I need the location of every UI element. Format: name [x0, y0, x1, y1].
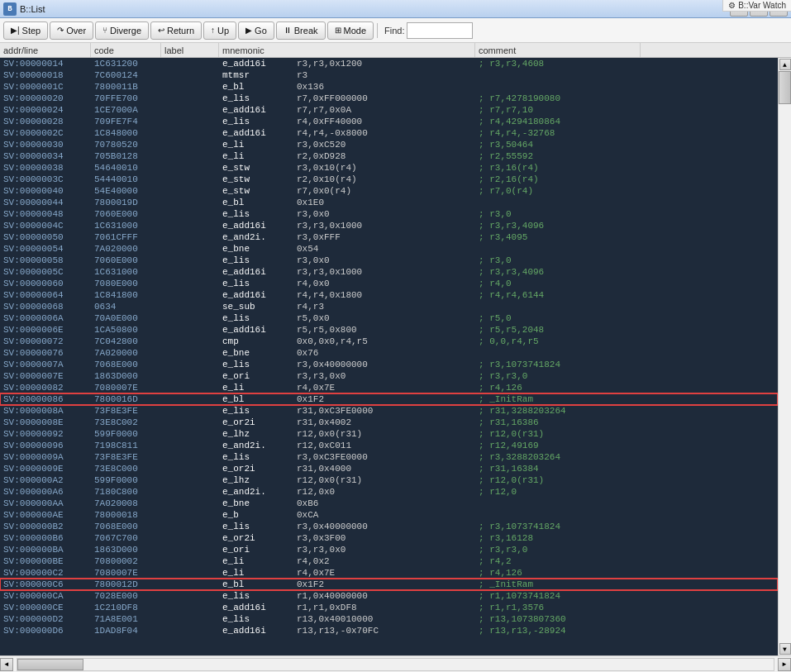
mode-button[interactable]: ⊞ Mode	[327, 21, 374, 40]
horizontal-scroll-thumb[interactable]	[17, 659, 83, 670]
table-row[interactable]: SV:0000006E1CA50800e_add16ir5,r5,0x800; …	[0, 324, 778, 336]
table-row[interactable]: SV:000000241CE7000Ae_add16ir7,r7,0x0A; r…	[0, 104, 778, 116]
scroll-up-button[interactable]: ▲	[779, 59, 791, 70]
table-row[interactable]: SV:0000004C1C631000e_add16ir3,r3,0x1000;…	[0, 220, 778, 231]
break-icon: ⏸	[284, 26, 292, 35]
table-row[interactable]: SV:000000447800019De_bl0x1E0	[0, 197, 778, 208]
table-row[interactable]: SV:000000CE1C210DF8e_add16ir1,r1,0xDF8; …	[0, 602, 778, 613]
vertical-scrollbar[interactable]: ▲ ▼	[778, 58, 791, 655]
over-icon: ↷	[57, 26, 64, 35]
table-row[interactable]: SV:0000002C1C848000e_add16ir4,r4,-0x8000…	[0, 127, 778, 139]
table-row[interactable]: SV:000000187C600124mtmsrr3	[0, 69, 778, 81]
table-row[interactable]: SV:000000547A020000e_bne0x54	[0, 243, 778, 255]
table-row[interactable]: SV:000000641C841800e_add16ir4,r4,0x1800;…	[0, 289, 778, 301]
table-row[interactable]: SV:000000A2599F0000e_lhzr12,0x0(r31); r1…	[0, 474, 778, 486]
table-row[interactable]: SV:000000C27080007Ee_lir4,0x7E; r4,126	[0, 567, 778, 579]
table-row[interactable]: SV:000000827080007Ee_lir4,0x7E; r4,126	[0, 382, 778, 393]
up-button[interactable]: ↑ Up	[203, 21, 236, 40]
table-row[interactable]: SV:00000028709FE7F4e_lisr4,0xFF40000; r4…	[0, 116, 778, 127]
step-button[interactable]: ▶| Step	[3, 21, 48, 40]
column-headers: addr/line code label mnemonic comment	[0, 43, 791, 58]
table-row[interactable]: SV:000000BE70800002e_lir4,0x2; r4,2	[0, 555, 778, 567]
table-row[interactable]: SV:0000007A7068E000e_lisr3,0x40000000; r…	[0, 359, 778, 370]
go-button[interactable]: ▶ Go	[238, 21, 274, 40]
horizontal-scroll-track[interactable]	[17, 658, 774, 671]
table-row[interactable]: SV:0000003C54440010e_stwr2,0x10(r4); r2,…	[0, 174, 778, 185]
table-row[interactable]: SV:000000A67180C800e_and2i.r12,0x0; r12,…	[0, 486, 778, 498]
title-bar: B B::List – □ ✕	[0, 0, 791, 18]
table-row[interactable]: SV:000000867800016De_bl0x1F2; _InitRam	[0, 393, 778, 405]
up-icon: ↑	[211, 26, 215, 35]
table-row[interactable]: SV:0000003854640010e_stwr3,0x10(r4); r3,…	[0, 162, 778, 174]
var-watch-label: B::Var Watch	[738, 1, 786, 10]
table-row[interactable]: SV:000000727C042800cmp0x0,0x0,r4,r5; 0,0…	[0, 336, 778, 347]
table-row[interactable]: SV:000000487060E000e_lisr3,0x0; r3,0	[0, 208, 778, 220]
go-icon: ▶	[245, 26, 252, 35]
title-bar-left: B B::List	[3, 2, 45, 16]
diverge-icon: ⑂	[102, 26, 107, 35]
main-content: SV:000000141C631200e_add16ir3,r3,0x1200;…	[0, 58, 791, 655]
diverge-button[interactable]: ⑂ Diverge	[95, 21, 149, 40]
toolbar: ▶| Step ↷ Over ⑂ Diverge ↩ Return ↑ Up ▶…	[0, 18, 791, 43]
table-row[interactable]: SV:000000D61DAD8F04e_add16ir13,r13,-0x70…	[0, 625, 778, 636]
table-row[interactable]: SV:0000001C7800011Be_bl0x136	[0, 81, 778, 93]
table-row[interactable]: SV:000000507061CFFFe_and2i.r3,0xFFF; r3,…	[0, 231, 778, 243]
label-header: label	[161, 43, 219, 57]
table-row[interactable]: SV:000000B27068E000e_lisr3,0x40000000; r…	[0, 521, 778, 532]
table-row[interactable]: SV:0000009E73E8C000e_or2ir31,0x4000; r31…	[0, 463, 778, 474]
scroll-down-button[interactable]: ▼	[779, 643, 791, 655]
table-row[interactable]: SV:000000CA7028E000e_lisr1,0x40000000; r…	[0, 590, 778, 602]
return-button[interactable]: ↩ Return	[150, 21, 202, 40]
find-label: Find:	[384, 26, 404, 36]
table-row[interactable]: SV:000000B67067C700e_or2ir3,0x3F00; r3,1…	[0, 532, 778, 544]
table-row[interactable]: SV:000000AE78000018e_b0xCA	[0, 509, 778, 521]
table-row[interactable]: SV:0000004054E40000e_stwr7,0x0(r4); r7,0…	[0, 185, 778, 197]
addr-line-header: addr/line	[0, 43, 91, 57]
table-row[interactable]: SV:0000007E1863D000e_orir3,r3,0x0; r3,r3…	[0, 370, 778, 382]
comment-header: comment	[475, 43, 641, 57]
var-watch-panel: ⚙ B::Var Watch	[722, 0, 791, 12]
table-row[interactable]: SV:0000005C1C631000e_add16ir3,r3,0x1000;…	[0, 266, 778, 278]
table-row[interactable]: SV:000000967198C811e_and2i.r12,0xC011; r…	[0, 440, 778, 451]
table-row[interactable]: SV:000000680634se_subr4,r3	[0, 301, 778, 312]
table-row[interactable]: SV:0000009A73F8E3FEe_lisr3,0xC3FE0000; r…	[0, 451, 778, 463]
window-icon: B	[3, 2, 17, 16]
table-row[interactable]: SV:0000006A70A0E000e_lisr5,0x0; r5,0	[0, 312, 778, 324]
table-row[interactable]: SV:000000767A020000e_bne0x76	[0, 347, 778, 359]
code-header: code	[91, 43, 161, 57]
table-row[interactable]: SV:000000AA7A020008e_bne0xB6	[0, 498, 778, 509]
table-row[interactable]: SV:000000C67800012De_bl0x1F2; _InitRam	[0, 579, 778, 590]
table-row[interactable]: SV:000000141C631200e_add16ir3,r3,0x1200;…	[0, 58, 778, 69]
mnemonic-header: mnemonic	[219, 43, 475, 57]
scroll-thumb[interactable]	[779, 71, 791, 104]
table-row[interactable]: SV:0000008E73E8C002e_or2ir31,0x4002; r31…	[0, 417, 778, 428]
scroll-track[interactable]	[779, 71, 791, 642]
table-row[interactable]: SV:0000002070FFE700e_lisr7,0xFF000000; r…	[0, 93, 778, 104]
table-row[interactable]: SV:0000003070780520e_lir3,0xC520; r3,504…	[0, 139, 778, 150]
var-watch-icon: ⚙	[728, 1, 736, 10]
over-button[interactable]: ↷ Over	[50, 21, 93, 40]
window-title: B::List	[20, 4, 45, 14]
toolbar-separator	[377, 23, 378, 38]
table-row[interactable]: SV:00000034705B0128e_lir2,0xD928; r2,555…	[0, 150, 778, 162]
step-icon: ▶|	[11, 26, 20, 35]
find-input[interactable]	[407, 22, 473, 39]
scroll-right-button[interactable]: ►	[778, 658, 791, 671]
code-listing[interactable]: SV:000000141C631200e_add16ir3,r3,0x1200;…	[0, 58, 778, 655]
table-row[interactable]: SV:0000008A73F8E3FEe_lisr31,0xC3FE0000; …	[0, 405, 778, 417]
table-row[interactable]: SV:000000587060E000e_lisr3,0x0; r3,0	[0, 255, 778, 266]
table-row[interactable]: SV:00000092599F0000e_lhzr12,0x0(r31); r1…	[0, 428, 778, 440]
break-button[interactable]: ⏸ Break	[276, 21, 326, 40]
table-row[interactable]: SV:000000BA1863D000e_orir3,r3,0x0; r3,r3…	[0, 544, 778, 555]
table-row[interactable]: SV:000000D271A8E001e_lisr13,0x40010000; …	[0, 613, 778, 625]
table-row[interactable]: SV:000000607080E000e_lisr4,0x0; r4,0	[0, 278, 778, 289]
horizontal-scrollbar-area: ◄ ►	[0, 655, 791, 672]
return-icon: ↩	[158, 26, 164, 35]
mode-icon: ⊞	[335, 26, 341, 35]
scroll-left-button[interactable]: ◄	[0, 658, 13, 671]
